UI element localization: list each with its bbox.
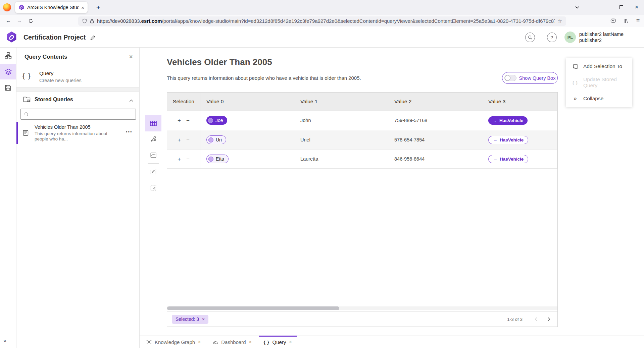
previous-page-icon[interactable] xyxy=(532,315,540,323)
layers-icon[interactable] xyxy=(5,68,12,75)
menu-item-update-stored-query[interactable]: { } Update Stored Query xyxy=(566,74,632,91)
window-close-button[interactable]: × xyxy=(629,0,644,14)
lock-icon[interactable] xyxy=(90,19,94,23)
browser-tab[interactable]: ArcGIS Knowledge Studio × xyxy=(15,2,88,13)
stored-query-doc-icon xyxy=(22,130,29,137)
search-icon xyxy=(24,112,29,117)
scrollbar-thumb[interactable] xyxy=(167,306,339,310)
browser-nav-bar: ← → https://dev0028833.esri.com/portal/a… xyxy=(0,15,644,27)
tab-close-icon[interactable]: × xyxy=(198,339,201,345)
expand-rail-icon[interactable]: » xyxy=(3,338,6,344)
stored-queries-folder-icon xyxy=(23,96,31,104)
selection-tools-icon[interactable] xyxy=(149,184,157,192)
arcgis-favicon-icon xyxy=(18,4,24,10)
toggle-switch[interactable] xyxy=(504,75,516,81)
add-selection-icon xyxy=(572,64,579,69)
firefox-logo-icon[interactable] xyxy=(3,3,11,11)
selected-indicator-bar xyxy=(16,122,18,144)
next-page-icon[interactable] xyxy=(545,315,553,323)
menu-item-collapse[interactable]: » Collapse xyxy=(566,91,632,107)
page-title: Vehicles Older Than 2005 xyxy=(167,57,272,67)
remove-from-selection-button[interactable]: − xyxy=(186,118,190,123)
panel-header: Query Contents × xyxy=(16,48,139,67)
toolbar-divider xyxy=(148,163,159,164)
edit-title-icon[interactable] xyxy=(89,34,97,41)
url-bar[interactable]: https://dev0028833.esri.com/portal/apps/… xyxy=(78,16,566,26)
stored-query-item[interactable]: Vehicles Older Than 2005 This query retu… xyxy=(16,122,139,144)
add-to-selection-button[interactable]: + xyxy=(178,156,181,162)
search-input[interactable] xyxy=(32,112,132,117)
content-tab-bar: Knowledge Graph × Dashboard × { } Query … xyxy=(140,336,644,348)
tab-close-icon[interactable]: × xyxy=(249,339,252,345)
bookmark-star-icon[interactable]: ☆ xyxy=(558,18,562,24)
show-query-box-label: Show Query Box xyxy=(519,75,556,81)
entity-pill[interactable]: Etta xyxy=(206,155,229,163)
relationship-pill[interactable]: →HasVehicle xyxy=(488,116,528,125)
panel-close-icon[interactable]: × xyxy=(129,53,133,60)
query-create-item[interactable]: { } Query Create new queries xyxy=(16,67,139,87)
chevron-up-icon[interactable] xyxy=(129,98,134,104)
map-view-icon[interactable] xyxy=(149,151,157,159)
add-to-link-chart-icon[interactable] xyxy=(149,168,157,176)
search-button[interactable] xyxy=(525,33,535,42)
header-divider xyxy=(541,32,541,43)
pagination-range: 1-3 of 3 xyxy=(507,317,523,322)
table-row: +− Joe John 759-889-57168 →HasVehicle xyxy=(167,111,557,130)
tab-dashboard[interactable]: Dashboard × xyxy=(208,336,256,348)
arrow-right-icon: → xyxy=(493,157,497,162)
cell-value2: 846-956-8644 xyxy=(388,150,482,168)
library-icon[interactable] xyxy=(621,16,631,26)
horizontal-scrollbar[interactable] xyxy=(167,306,557,310)
stored-queries-search[interactable] xyxy=(20,109,136,120)
braces-icon: { } xyxy=(22,72,31,80)
arcgis-knowledge-logo-icon xyxy=(5,31,18,45)
reload-button[interactable] xyxy=(26,16,36,26)
window-minimize-button[interactable]: — xyxy=(598,0,613,14)
entity-pill[interactable]: Joe xyxy=(206,116,227,125)
new-tab-button[interactable]: + xyxy=(94,3,103,12)
back-button[interactable]: ← xyxy=(3,16,13,26)
tab-close-icon[interactable]: × xyxy=(289,339,292,345)
table-view-icon[interactable] xyxy=(149,119,157,127)
left-action-rail: » xyxy=(0,48,16,348)
add-to-selection-button[interactable]: + xyxy=(178,118,181,123)
selected-count-chip[interactable]: Selected: 3 × xyxy=(172,315,208,324)
stored-queries-header[interactable]: Stored Queries xyxy=(16,92,139,108)
user-name[interactable]: publisher2 lastName publisher2 xyxy=(579,31,624,43)
cell-value2: 578-654-7854 xyxy=(388,130,482,149)
help-button[interactable]: ? xyxy=(547,33,557,42)
remove-from-selection-button[interactable]: − xyxy=(186,137,190,143)
column-header-value3: Value 3 xyxy=(482,93,557,111)
forward-button[interactable]: → xyxy=(14,16,24,26)
double-chevron-icon: » xyxy=(572,95,579,102)
user-avatar[interactable]: PL xyxy=(564,32,576,43)
more-options-icon[interactable]: ••• xyxy=(126,129,133,134)
pocket-icon[interactable] xyxy=(608,16,618,26)
link-chart-icon[interactable] xyxy=(149,135,157,143)
clear-selection-icon[interactable]: × xyxy=(202,316,205,322)
menu-icon[interactable]: ≡ xyxy=(633,16,643,26)
remove-from-selection-button[interactable]: − xyxy=(186,156,190,162)
table-row: +− Uri Uriel 578-654-7854 →HasVehicle xyxy=(167,130,557,150)
table-footer: Selected: 3 × 1-3 of 3 xyxy=(167,311,557,327)
data-model-sitemap-icon[interactable] xyxy=(5,52,12,59)
question-icon: ? xyxy=(551,35,553,40)
arrow-right-icon: → xyxy=(493,118,497,123)
add-to-selection-button[interactable]: + xyxy=(178,137,181,143)
menu-item-add-selection-to[interactable]: Add Selection To xyxy=(566,58,632,74)
column-header-value0: Value 0 xyxy=(200,93,294,111)
window-maximize-button[interactable] xyxy=(613,0,629,14)
query-item-subtitle: Create new queries xyxy=(39,78,82,83)
tab-close-icon[interactable]: × xyxy=(81,5,84,10)
entity-dot-icon xyxy=(208,157,213,162)
relationship-pill[interactable]: →HasVehicle xyxy=(488,136,528,144)
relationship-pill[interactable]: →HasVehicle xyxy=(488,155,528,163)
tab-knowledge-graph[interactable]: Knowledge Graph × xyxy=(142,336,205,348)
entity-pill[interactable]: Uri xyxy=(206,135,226,144)
tracking-shield-icon[interactable] xyxy=(82,18,87,23)
entity-dot-icon xyxy=(208,137,213,142)
list-all-tabs-icon[interactable] xyxy=(571,3,584,12)
save-icon[interactable] xyxy=(5,84,12,92)
tab-query[interactable]: { } Query × xyxy=(259,336,297,348)
show-query-box-toggle[interactable]: Show Query Box xyxy=(502,72,558,84)
